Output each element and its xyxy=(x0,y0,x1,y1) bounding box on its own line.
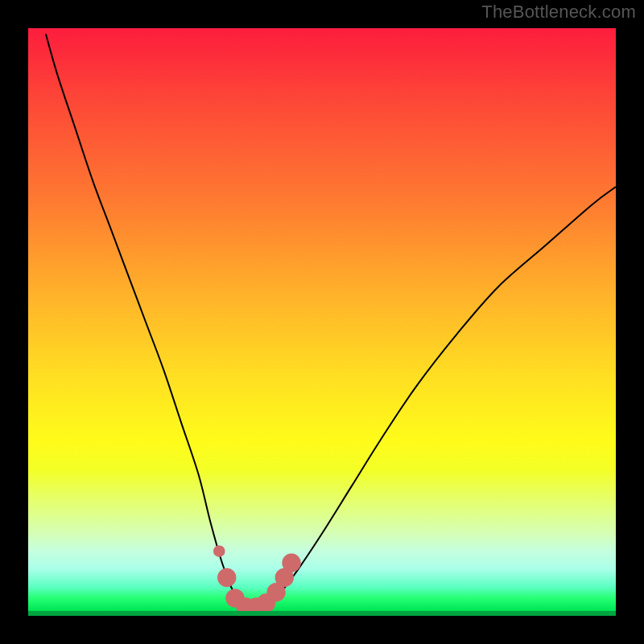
curve-marker xyxy=(213,545,225,557)
curve-marker xyxy=(282,554,300,572)
bottleneck-curve xyxy=(46,34,616,610)
watermark-text: TheBottleneck.com xyxy=(481,2,636,23)
baseline-band xyxy=(28,611,616,616)
plot-area xyxy=(28,28,616,616)
curve-marker xyxy=(217,568,236,587)
chart-container: TheBottleneck.com xyxy=(0,0,644,644)
marker-group xyxy=(213,545,301,616)
curve-svg xyxy=(28,28,616,616)
